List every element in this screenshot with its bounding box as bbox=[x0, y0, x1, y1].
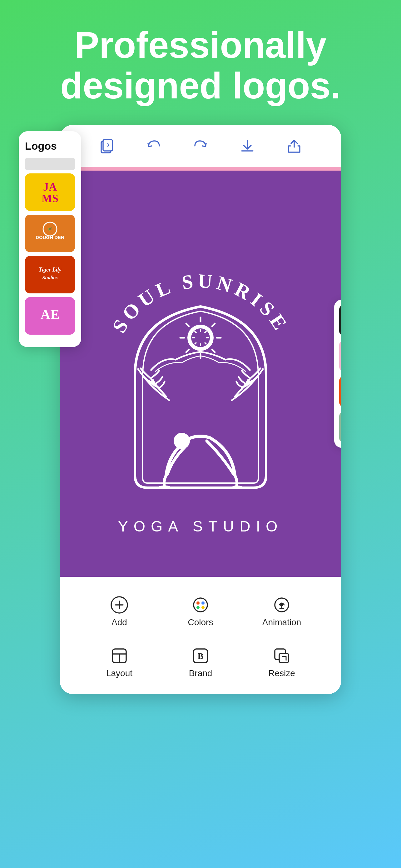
resize-label: Resize bbox=[268, 668, 295, 678]
animation-button[interactable]: Animation bbox=[257, 595, 307, 627]
svg-line-18 bbox=[212, 349, 215, 352]
download-button[interactable] bbox=[236, 135, 258, 157]
plus-circle-icon bbox=[110, 595, 129, 614]
svg-text:B: B bbox=[198, 651, 204, 661]
svg-point-39 bbox=[201, 606, 205, 609]
animation-label: Animation bbox=[262, 617, 301, 627]
logo-thumb-dough[interactable]: 🌴 DOUGH DEN bbox=[25, 215, 75, 252]
colors-label: Colors bbox=[188, 617, 213, 627]
svg-point-30 bbox=[174, 433, 190, 449]
design-canvas[interactable]: SOUL SUNRISE bbox=[60, 170, 341, 577]
animation-icon bbox=[272, 595, 291, 614]
logo-thumb-ace[interactable]: AE bbox=[25, 297, 75, 335]
svg-text:DOUGH DEN: DOUGH DEN bbox=[36, 235, 64, 240]
svg-line-19 bbox=[212, 323, 215, 326]
svg-text:Tiger Lily: Tiger Lily bbox=[39, 267, 62, 273]
brand-icon: B bbox=[191, 647, 210, 665]
pages-button[interactable]: 3 bbox=[96, 135, 118, 157]
layout-button[interactable]: Layout bbox=[94, 647, 144, 678]
editor-card: 3 bbox=[60, 125, 341, 694]
editor-toolbar: 3 bbox=[60, 125, 341, 167]
undo-button[interactable] bbox=[143, 135, 165, 157]
resize-icon bbox=[272, 647, 291, 665]
hero-title: Professionally designed logos. bbox=[19, 25, 382, 106]
logo-thumb-blank bbox=[25, 158, 75, 170]
canvas-wrapper: Logos JA MS 🌴 DOUGH DEN Tiger Lily Studi… bbox=[0, 125, 401, 694]
svg-line-17 bbox=[186, 323, 189, 326]
svg-text:3: 3 bbox=[106, 143, 109, 148]
bottom-toolbar: Add Colors bbox=[60, 577, 341, 694]
svg-text:JA: JA bbox=[43, 181, 57, 193]
logo-thumb-tiger[interactable]: Tiger Lily Studios bbox=[25, 256, 75, 293]
svg-point-37 bbox=[201, 601, 205, 604]
bottom-toolbar-row2: Layout B Brand Res bbox=[60, 637, 341, 685]
svg-text:Studios: Studios bbox=[42, 275, 58, 280]
colors-button[interactable]: Colors bbox=[175, 595, 226, 627]
logos-panel-title: Logos bbox=[25, 140, 75, 152]
brand-label: Brand bbox=[189, 668, 212, 678]
logo-svg: SOUL SUNRISE bbox=[75, 194, 326, 553]
palette-icon bbox=[191, 595, 210, 614]
resize-button[interactable]: Resize bbox=[257, 647, 307, 678]
redo-button[interactable] bbox=[190, 135, 211, 157]
svg-point-36 bbox=[196, 601, 200, 604]
svg-text:AE: AE bbox=[40, 307, 59, 322]
svg-point-38 bbox=[196, 606, 200, 609]
pink-stripe bbox=[60, 167, 341, 170]
svg-text:YOGA STUDIO: YOGA STUDIO bbox=[118, 518, 283, 535]
svg-text:🌴: 🌴 bbox=[47, 227, 53, 232]
layout-label: Layout bbox=[106, 668, 132, 678]
swatch-purple[interactable] bbox=[339, 305, 341, 336]
swatch-sage[interactable] bbox=[339, 411, 341, 443]
swatch-pink[interactable] bbox=[339, 340, 341, 372]
svg-point-35 bbox=[194, 598, 207, 612]
hero-section: Professionally designed logos. bbox=[0, 0, 401, 125]
svg-rect-48 bbox=[279, 653, 289, 663]
add-button[interactable]: Add bbox=[94, 595, 144, 627]
share-button[interactable] bbox=[283, 135, 305, 157]
brand-button[interactable]: B Brand bbox=[175, 647, 226, 678]
logos-panel: Logos JA MS 🌴 DOUGH DEN Tiger Lily Studi… bbox=[19, 131, 81, 347]
logo-thumb-jams[interactable]: JA MS bbox=[25, 174, 75, 211]
color-swatches-panel bbox=[334, 300, 341, 448]
bottom-toolbar-row1: Add Colors bbox=[60, 589, 341, 634]
add-label: Add bbox=[111, 617, 127, 627]
svg-text:MS: MS bbox=[41, 192, 58, 205]
layout-icon bbox=[110, 647, 129, 665]
svg-line-20 bbox=[186, 349, 189, 352]
swatch-orange[interactable] bbox=[339, 376, 341, 407]
